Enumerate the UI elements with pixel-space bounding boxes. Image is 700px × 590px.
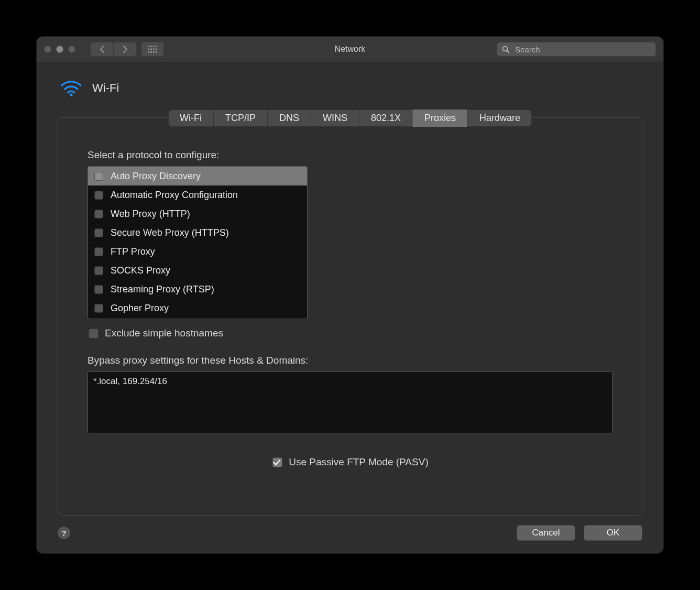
passive-ftp-checkbox[interactable] [272,457,282,467]
protocol-row-auto-config[interactable]: Automatic Proxy Configuration [88,185,307,204]
search-field[interactable] [497,42,656,57]
svg-rect-0 [148,46,149,47]
protocol-row-ftp-proxy[interactable]: FTP Proxy [88,242,307,261]
protocol-checkbox[interactable] [94,304,103,313]
chevron-right-icon [123,45,128,53]
protocol-row-gopher-proxy[interactable]: Gopher Proxy [88,299,307,318]
svg-rect-3 [156,46,157,47]
forward-button[interactable] [113,42,137,57]
protocol-row-web-proxy[interactable]: Web Proxy (HTTP) [88,204,307,223]
protocol-label: Gopher Proxy [111,303,169,314]
grid-icon [148,46,157,53]
tab-wins[interactable]: WINS [311,110,359,127]
protocol-checkbox[interactable] [94,285,103,294]
svg-rect-1 [150,46,152,47]
tab-proxies[interactable]: Proxies [412,110,467,127]
back-button[interactable] [90,42,113,57]
search-input[interactable] [514,45,651,54]
tab-tcpip[interactable]: TCP/IP [213,110,267,127]
interface-name: Wi-Fi [92,81,119,95]
svg-rect-2 [153,46,155,47]
help-button[interactable]: ? [58,527,70,539]
bypass-label: Bypass proxy settings for these Hosts & … [88,355,612,366]
protocol-row-secure-web-proxy[interactable]: Secure Web Proxy (HTTPS) [88,223,307,242]
protocol-checkbox[interactable] [94,172,103,181]
svg-point-14 [70,93,72,96]
protocol-checkbox[interactable] [94,266,103,275]
passive-ftp-row[interactable]: Use Passive FTP Mode (PASV) [272,456,428,468]
minimize-window-button[interactable] [56,46,63,53]
show-all-button[interactable] [141,42,164,57]
protocol-row-rtsp-proxy[interactable]: Streaming Proxy (RTSP) [88,280,307,299]
network-preferences-window: Network Wi-Fi Wi-Fi TCP/IP DNS [37,37,663,553]
tab-hardware[interactable]: Hardware [467,110,532,127]
footer: ? Cancel OK [58,525,642,541]
window-controls [44,46,75,53]
settings-tabs: Wi-Fi TCP/IP DNS WINS 802.1X Proxies Har… [168,110,532,127]
protocol-checkbox[interactable] [94,247,103,256]
svg-rect-10 [153,51,155,53]
exclude-simple-hostnames-checkbox[interactable] [89,329,99,338]
close-window-button[interactable] [44,46,51,53]
cancel-button[interactable]: Cancel [517,525,575,541]
svg-rect-6 [153,49,155,50]
tab-wifi[interactable]: Wi-Fi [168,110,213,127]
protocol-label: Automatic Proxy Configuration [111,190,238,201]
protocol-label: SOCKS Proxy [111,265,170,276]
passive-ftp-label: Use Passive FTP Mode (PASV) [289,456,428,468]
protocol-checkbox[interactable] [94,228,103,237]
protocol-checkbox[interactable] [94,210,103,218]
protocol-list[interactable]: Auto Proxy Discovery Automatic Proxy Con… [88,166,308,319]
protocol-row-auto-discovery[interactable]: Auto Proxy Discovery [88,167,307,185]
svg-rect-11 [156,51,157,53]
interface-header: Wi-Fi [60,79,642,97]
exclude-simple-hostnames-label: Exclude simple hostnames [105,327,223,339]
protocol-label: FTP Proxy [111,246,155,257]
svg-rect-4 [148,49,149,50]
svg-line-13 [507,50,509,52]
svg-rect-9 [150,51,152,53]
svg-rect-8 [148,51,149,53]
protocol-row-socks-proxy[interactable]: SOCKS Proxy [88,261,307,280]
titlebar: Network [37,37,663,62]
protocol-label: Web Proxy (HTTP) [111,209,190,220]
protocol-label: Auto Proxy Discovery [111,171,201,182]
exclude-simple-hostnames-row[interactable]: Exclude simple hostnames [89,327,612,339]
wifi-icon [60,79,83,97]
history-nav [90,42,137,57]
tab-dns[interactable]: DNS [267,110,311,127]
chevron-left-icon [99,45,105,53]
tab-8021x[interactable]: 802.1X [359,110,412,127]
proxies-panel: Select a protocol to configure: Auto Pro… [58,117,642,516]
bypass-hosts-textarea[interactable] [88,372,612,433]
protocol-checkbox[interactable] [94,191,103,200]
select-protocol-label: Select a protocol to configure: [88,149,612,161]
protocol-label: Secure Web Proxy (HTTPS) [111,227,229,238]
svg-rect-5 [150,49,152,50]
content-area: Wi-Fi Wi-Fi TCP/IP DNS WINS 802.1X Proxi… [37,62,663,553]
search-icon [502,46,510,53]
svg-rect-7 [156,49,157,50]
ok-button[interactable]: OK [584,525,642,541]
protocol-label: Streaming Proxy (RTSP) [111,284,214,295]
zoom-window-button[interactable] [68,46,75,53]
toolbar-nav [90,42,164,57]
